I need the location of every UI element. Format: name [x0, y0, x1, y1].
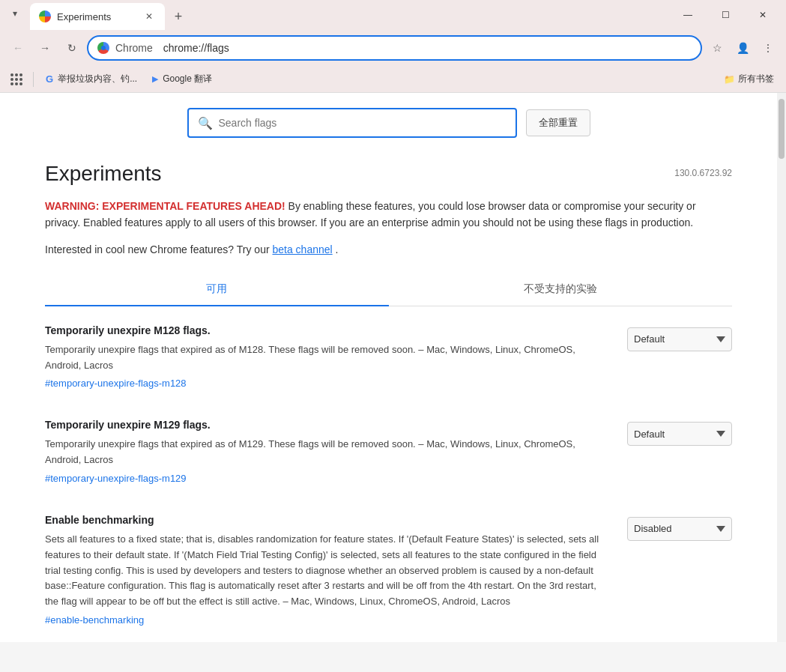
- google-favicon: G: [46, 73, 53, 85]
- scrollbar[interactable]: [777, 93, 786, 642]
- search-input[interactable]: [219, 117, 507, 129]
- flag-right-0: Default Enabled Disabled: [627, 324, 732, 390]
- maximize-button[interactable]: ☐: [708, 3, 743, 27]
- flag-desc-0: Temporarily unexpire flags that expired …: [45, 342, 609, 374]
- minimize-button[interactable]: —: [671, 3, 705, 27]
- active-tab: Experiments ✕: [30, 3, 165, 30]
- main-content: 🔍 全部重置 130.0.6723.92 Experiments WARNING…: [0, 93, 786, 642]
- flag-select-2[interactable]: Default Enabled Disabled: [627, 517, 732, 541]
- flag-name-2: Enable benchmarking: [45, 514, 609, 526]
- bookmarks-bar: G 举报垃圾内容、钓... ▶ Google 翻译 📁 所有书签: [0, 66, 786, 93]
- bookmark-translate-item[interactable]: ▶ Google 翻译: [146, 69, 218, 90]
- search-section: 🔍 全部重置: [45, 108, 732, 138]
- translate-bookmark-label: Google 翻译: [163, 73, 212, 85]
- tab-available[interactable]: 可用: [45, 273, 389, 306]
- chrome-icon: [97, 42, 109, 54]
- flag-link-0[interactable]: #temporary-unexpire-flags-m128: [45, 378, 609, 389]
- beta-channel-link[interactable]: beta channel: [272, 243, 332, 255]
- translate-favicon: ▶: [152, 74, 158, 84]
- flag-item-1: Temporarily unexpire M129 flags. Tempora…: [45, 419, 732, 490]
- flag-left-1: Temporarily unexpire M129 flags. Tempora…: [45, 419, 609, 484]
- search-box[interactable]: 🔍: [187, 108, 517, 138]
- tab-prev-btn[interactable]: ▾: [6, 4, 24, 22]
- window-controls: — ☐ ✕: [671, 3, 780, 27]
- content-area: 🔍 全部重置 130.0.6723.92 Experiments WARNING…: [0, 93, 777, 642]
- flag-row-2: Enable benchmarking Sets all features to…: [45, 514, 732, 626]
- beta-section: Interested in cool new Chrome features? …: [45, 243, 732, 255]
- flag-item-2: Enable benchmarking Sets all features to…: [45, 514, 732, 632]
- tab-unsupported[interactable]: 不受支持的实验: [389, 273, 733, 306]
- google-bookmark-label: 举报垃圾内容、钓...: [58, 73, 137, 85]
- flag-row-0: Temporarily unexpire M128 flags. Tempora…: [45, 324, 732, 390]
- folder-icon: 📁: [724, 74, 735, 85]
- close-button[interactable]: ✕: [746, 3, 780, 27]
- forward-button[interactable]: →: [33, 36, 57, 60]
- beta-intro: Interested in cool new Chrome features? …: [45, 243, 272, 255]
- flag-right-2: Default Enabled Disabled: [627, 514, 732, 626]
- flag-link-1[interactable]: #temporary-unexpire-flags-m129: [45, 473, 609, 484]
- flag-right-1: Default Enabled Disabled: [627, 419, 732, 484]
- flags-list: Temporarily unexpire M128 flags. Tempora…: [45, 324, 732, 632]
- search-icon: 🔍: [198, 116, 213, 130]
- flag-item-0: Temporarily unexpire M128 flags. Tempora…: [45, 324, 732, 396]
- page-title: Experiments: [45, 162, 732, 186]
- flag-row-1: Temporarily unexpire M129 flags. Tempora…: [45, 419, 732, 484]
- version-text: 130.0.6723.92: [674, 168, 732, 178]
- warning-section: WARNING: EXPERIMENTAL FEATURES AHEAD! By…: [45, 198, 732, 231]
- tab-navigation: 可用 不受支持的实验: [45, 273, 732, 306]
- page-header: 130.0.6723.92 Experiments: [45, 162, 732, 186]
- flag-left-2: Enable benchmarking Sets all features to…: [45, 514, 609, 626]
- tab-favicon: [39, 10, 51, 22]
- flag-select-0[interactable]: Default Enabled Disabled: [627, 327, 732, 351]
- scrollbar-thumb[interactable]: [779, 99, 785, 159]
- flag-select-1[interactable]: Default Enabled Disabled: [627, 422, 732, 446]
- chrome-label: Chrome: [115, 42, 153, 54]
- bookmark-google-item[interactable]: G 举报垃圾内容、钓...: [40, 69, 143, 90]
- apps-button[interactable]: [6, 69, 27, 90]
- flag-name-0: Temporarily unexpire M128 flags.: [45, 324, 609, 336]
- new-tab-button[interactable]: +: [168, 6, 189, 27]
- profile-button[interactable]: 👤: [731, 36, 755, 60]
- back-button[interactable]: ←: [6, 36, 30, 60]
- bookmarks-divider: [33, 72, 34, 87]
- flag-link-2[interactable]: #enable-benchmarking: [45, 614, 609, 626]
- reset-all-button[interactable]: 全部重置: [526, 109, 590, 136]
- all-bookmarks-button[interactable]: 📁 所有书签: [718, 69, 780, 90]
- refresh-button[interactable]: ↻: [60, 36, 84, 60]
- flag-name-1: Temporarily unexpire M129 flags.: [45, 419, 609, 431]
- navbar: ← → ↻ Chrome chrome://flags ☆ 👤 ⋮: [0, 30, 786, 66]
- flag-desc-2: Sets all features to a fixed state; that…: [45, 532, 609, 610]
- menu-button[interactable]: ⋮: [756, 36, 780, 60]
- tab-close-button[interactable]: ✕: [142, 10, 156, 23]
- url-display: chrome://flags: [163, 42, 229, 54]
- beta-period: .: [336, 243, 339, 255]
- flag-left-0: Temporarily unexpire M128 flags. Tempora…: [45, 324, 609, 390]
- nav-actions: ☆ 👤 ⋮: [705, 36, 780, 60]
- apps-icon: [10, 73, 22, 85]
- address-bar[interactable]: Chrome chrome://flags: [87, 35, 702, 61]
- tab-title: Experiments: [57, 11, 136, 22]
- flag-desc-1: Temporarily unexpire flags that expired …: [45, 437, 609, 468]
- titlebar: ▾ Experiments ✕ + — ☐ ✕: [0, 0, 786, 30]
- folder-label: 所有书签: [738, 73, 774, 85]
- warning-label: WARNING: EXPERIMENTAL FEATURES AHEAD!: [45, 200, 285, 212]
- bookmark-button[interactable]: ☆: [705, 36, 729, 60]
